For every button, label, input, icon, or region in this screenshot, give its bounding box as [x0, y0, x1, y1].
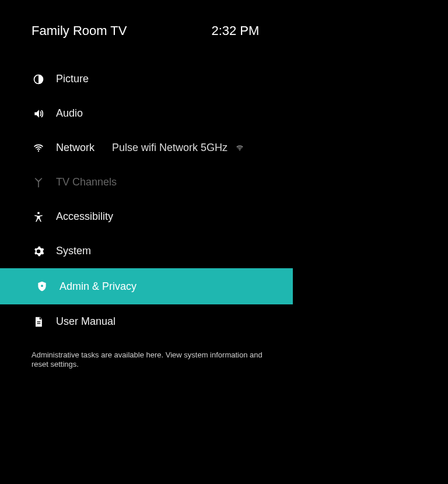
svg-point-2	[239, 149, 240, 150]
audio-icon	[32, 107, 46, 121]
header: Family Room TV 2:32 PM	[0, 23, 448, 38]
menu-label: TV Channels	[56, 176, 117, 188]
wifi-icon	[32, 141, 46, 155]
device-name: Family Room TV	[32, 23, 127, 38]
antenna-icon	[32, 176, 46, 190]
wifi-signal-icon	[235, 143, 245, 153]
menu-label: Accessibility	[56, 211, 113, 223]
svg-point-4	[41, 285, 43, 287]
menu-label: Audio	[56, 107, 83, 120]
gear-icon	[32, 244, 46, 258]
picture-icon	[32, 72, 46, 86]
menu-label: User Manual	[56, 315, 116, 328]
accessibility-icon	[32, 210, 46, 224]
svg-point-1	[38, 150, 39, 151]
menu-description: Administrative tasks are available here.…	[0, 350, 274, 370]
svg-point-3	[37, 212, 40, 214]
svg-rect-5	[37, 321, 41, 322]
menu-label: Picture	[56, 73, 89, 85]
menu-item-audio[interactable]: Audio	[0, 96, 293, 131]
menu-label: Admin & Privacy	[60, 280, 136, 293]
menu-item-admin-privacy[interactable]: Admin & Privacy	[0, 268, 293, 304]
menu-label: Network	[56, 142, 94, 154]
document-icon	[32, 315, 46, 329]
menu-label: System	[56, 245, 91, 257]
menu-item-system[interactable]: System	[0, 234, 293, 268]
shield-icon	[35, 279, 49, 293]
menu-item-picture[interactable]: Picture	[0, 62, 293, 96]
menu-item-tv-channels: TV Channels	[0, 165, 293, 199]
menu-item-accessibility[interactable]: Accessibility	[0, 199, 293, 234]
svg-rect-6	[37, 323, 41, 324]
menu-item-network[interactable]: Network Pulse wifi Network 5GHz	[0, 131, 293, 165]
settings-menu: Picture Audio Network	[0, 62, 293, 339]
network-value: Pulse wifi Network 5GHz	[112, 142, 228, 154]
menu-item-user-manual[interactable]: User Manual	[0, 304, 293, 339]
clock-time: 2:32 PM	[211, 23, 259, 38]
